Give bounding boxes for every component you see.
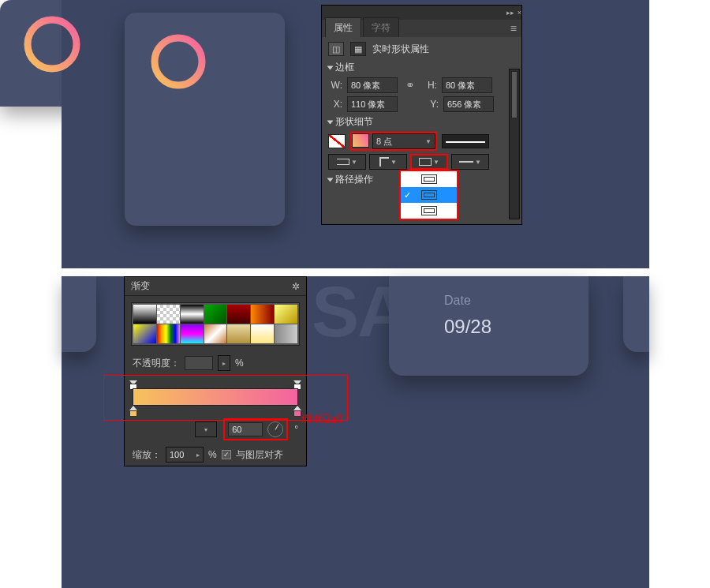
height-label: H: [423, 80, 437, 91]
width-input[interactable]: 80 像素 [347, 77, 398, 93]
gradient-preset[interactable] [251, 305, 274, 324]
svg-point-0 [155, 38, 202, 85]
align-option-center[interactable] [401, 187, 457, 203]
y-label: Y: [424, 99, 439, 110]
gradient-preset[interactable] [133, 324, 156, 343]
align-option-outer[interactable] [401, 171, 457, 187]
opacity-stepper[interactable]: ▸ [218, 355, 230, 371]
link-wh-icon[interactable]: ⚭ [402, 79, 418, 92]
scale-label: 缩放： [133, 448, 161, 462]
x-label: X: [328, 99, 342, 110]
opacity-unit: % [235, 358, 244, 369]
stroke-width-combo[interactable]: 8 点 ▼ [372, 133, 435, 149]
align-layer-checkbox[interactable]: ✓ [222, 450, 231, 459]
gradient-preset[interactable] [133, 305, 156, 324]
disclosure-triangle-icon [327, 178, 334, 182]
gradient-panel: 渐变 ✲ 不透明度： ▸ % ▾ 60 ° 缩放： [124, 276, 307, 466]
tab-properties[interactable]: 属性 [325, 17, 361, 37]
opacity-input[interactable] [185, 356, 213, 370]
gradient-preset[interactable] [227, 305, 250, 324]
gradient-preset[interactable] [181, 324, 204, 343]
scale-unit: % [208, 449, 217, 460]
dash-style-combo[interactable]: ▼ [451, 154, 489, 170]
gradient-presets [131, 302, 300, 346]
gradient-preset[interactable] [157, 324, 180, 343]
chevron-down-icon: ▼ [390, 159, 397, 166]
date-value: 09/28 [444, 316, 491, 338]
section-pathops-label: 路径操作 [335, 173, 373, 186]
properties-title: 实时形状属性 [372, 43, 429, 56]
gradient-ring-shape-bottom [22, 14, 79, 71]
chevron-down-icon: ▼ [351, 159, 357, 166]
stroke-style-preview[interactable] [442, 134, 489, 148]
color-stop-right[interactable] [293, 406, 301, 417]
date-label: Date [444, 294, 471, 308]
chevron-down-icon: ▸ [196, 451, 200, 459]
annotation-hex-text: #f462a0 [301, 412, 342, 426]
gradient-preset[interactable] [204, 305, 227, 324]
preview-card-top [125, 13, 285, 226]
gradient-preset[interactable] [204, 324, 227, 343]
cap-style-combo[interactable]: ▼ [328, 154, 366, 170]
date-card: Date 09/28 [389, 276, 589, 376]
section-bbox-label: 边框 [335, 61, 354, 74]
opacity-stop-right[interactable] [293, 380, 301, 388]
angle-input[interactable]: 60 [228, 422, 263, 436]
panel-scrollbar[interactable] [509, 69, 520, 219]
align-option-inner[interactable] [401, 203, 457, 219]
gradient-type-combo[interactable]: ▾ [195, 421, 217, 437]
height-input[interactable]: 80 像素 [442, 77, 492, 93]
gradient-preset[interactable] [275, 305, 297, 324]
shape-live-icon[interactable]: ▦ [350, 42, 366, 56]
stroke-swatch[interactable] [352, 133, 369, 148]
stroke-width-value: 8 点 [376, 136, 392, 148]
panel-close-icon[interactable]: × [518, 9, 521, 17]
gradient-panel-header[interactable]: 渐变 ✲ [125, 277, 306, 296]
stroke-align-combo[interactable]: ▼ [410, 154, 448, 170]
align-layer-label: 与图层对齐 [236, 448, 283, 462]
gradient-preset[interactable] [227, 324, 250, 343]
svg-point-1 [28, 20, 77, 69]
angle-dial[interactable] [267, 421, 283, 437]
degree-unit: ° [294, 424, 298, 435]
opacity-stop-left[interactable] [129, 380, 137, 388]
panel-scroll-thumb[interactable] [511, 71, 518, 118]
stroke-align-dropdown [399, 170, 458, 220]
chevron-down-icon: ▼ [475, 159, 481, 166]
section-bbox[interactable]: 边框 [328, 61, 515, 74]
section-shape-detail[interactable]: 形状细节 [328, 115, 515, 129]
y-input[interactable]: 656 像素 [443, 96, 494, 112]
fill-swatch[interactable] [328, 134, 346, 148]
shape-mask-icon[interactable]: ◫ [328, 42, 344, 56]
gradient-preset[interactable] [181, 305, 204, 324]
panel-collapse-icon[interactable]: ▸▸ [506, 9, 514, 17]
stroke-group-highlight: 8 点 ▼ [350, 132, 437, 151]
panel-menu-icon[interactable]: ≡ [510, 22, 517, 35]
color-stop-left[interactable] [129, 406, 137, 417]
section-shape-detail-label: 形状细节 [335, 115, 373, 129]
gradient-preset[interactable] [251, 324, 274, 343]
opacity-label: 不透明度： [133, 357, 180, 370]
corner-style-combo[interactable]: ▼ [369, 154, 407, 170]
scale-value: 100 [170, 450, 184, 459]
x-input[interactable]: 110 像素 [347, 96, 398, 112]
tab-character[interactable]: 字符 [363, 17, 399, 37]
card-peek-right [623, 276, 649, 352]
scale-combo[interactable]: 100 ▸ [166, 447, 204, 463]
gradient-ring-shape [150, 33, 207, 90]
gradient-panel-title: 渐变 [131, 279, 150, 293]
gradient-preset[interactable] [275, 324, 297, 343]
chevron-down-icon: ▼ [425, 138, 432, 145]
gradient-preset[interactable] [157, 305, 180, 324]
properties-panel: ▸▸ × 属性 字符 ≡ ◫ ▦ 实时形状属性 边框 W: 80 像素 [321, 5, 522, 225]
card-peek-left [62, 276, 96, 352]
angle-field-highlight: 60 [223, 418, 288, 440]
width-label: W: [328, 80, 342, 91]
gradient-editor[interactable] [133, 377, 298, 412]
chevron-down-icon: ▼ [433, 159, 439, 166]
gear-icon[interactable]: ✲ [292, 281, 300, 292]
gradient-bar[interactable] [133, 388, 298, 406]
disclosure-triangle-icon [327, 66, 334, 69]
panel-tabs: 属性 字符 ≡ [322, 20, 521, 37]
disclosure-triangle-icon [327, 120, 334, 124]
